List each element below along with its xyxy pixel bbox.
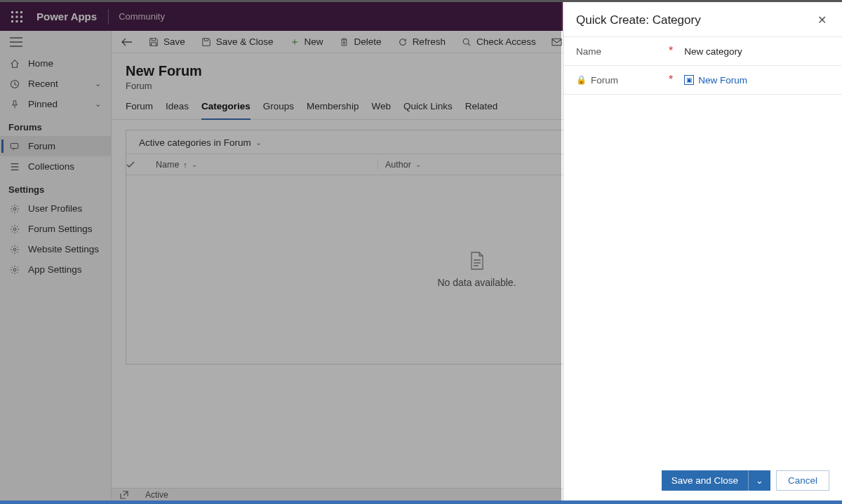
name-field-label: Name [576, 46, 601, 57]
panel-title: Quick Create: Category [576, 13, 701, 27]
required-indicator: * [669, 74, 673, 86]
forum-lookup[interactable]: ▣ New Forum [680, 75, 829, 86]
name-input[interactable]: New category [680, 46, 829, 57]
save-and-close-menu-button[interactable]: ⌄ [748, 470, 770, 491]
forum-lookup-value: New Forum [698, 75, 747, 86]
cancel-button[interactable]: Cancel [776, 470, 829, 491]
quick-create-panel: Quick Create: Category ✕ Name * New cate… [563, 2, 842, 500]
close-icon[interactable]: ✕ [815, 11, 829, 29]
quick-create-form: Name * New category 🔒 Forum * ▣ New Foru… [563, 36, 842, 95]
modal-scrim[interactable] [0, 2, 561, 504]
save-and-close-button[interactable]: Save and Close [662, 470, 748, 491]
forum-field-label: Forum [591, 75, 618, 86]
field-row-name: Name * New category [563, 36, 842, 66]
required-indicator: * [669, 45, 673, 57]
entity-icon: ▣ [684, 75, 694, 85]
lock-icon: 🔒 [576, 75, 587, 85]
panel-footer: Save and Close ⌄ Cancel [563, 461, 842, 500]
window-bottom-strip [0, 500, 842, 504]
save-and-close-split-button: Save and Close ⌄ [662, 470, 770, 491]
field-row-forum: 🔒 Forum * ▣ New Forum [563, 66, 842, 95]
